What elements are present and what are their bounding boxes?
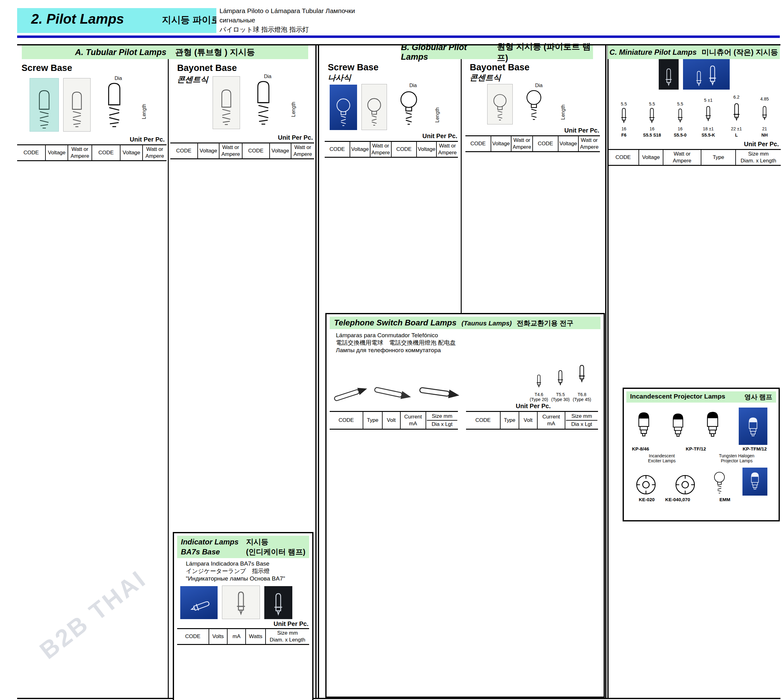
unit-per-pc: Unit Per Pc. [465, 127, 599, 134]
globular-bayonet-table: CODE Voltage Watt or Ampere CODE Voltage… [465, 135, 600, 152]
unit-per-pc: Unit Per Pc. [325, 133, 457, 140]
col-size: Size mm Diam. x Length [735, 150, 781, 165]
projector-lamp-figure [670, 411, 687, 445]
col-ma: mA [227, 629, 246, 645]
bayonet-base-heading: Bayonet Base [470, 62, 600, 72]
col-volt: Volt [382, 412, 400, 429]
section-c-panel: C. Miniature Pilot Lamps 미니츄어 (작은) 지시등 5… [608, 45, 781, 699]
globular-bayonet-diagram: Dia Length [517, 83, 561, 125]
mini-name: L [723, 133, 750, 138]
blue-rule [17, 35, 780, 38]
screw-korean: 나사식 [328, 72, 379, 83]
telephone-subtitle-es: Lámparas para Conmutador Telefónico [336, 332, 600, 339]
col-voltage: Voltage [198, 143, 219, 159]
section-c-title-korean: 미니츄어 (작은) 지시등 [702, 47, 778, 57]
mini-figure: 6.2 22 ±1 L [723, 95, 750, 138]
projector-caption: Incandescent Exciter Lamps [648, 453, 676, 463]
type-name: T4.6 [530, 392, 548, 397]
col-size-mm: Size mm [566, 413, 597, 420]
col-voltage: Voltage [491, 136, 511, 152]
miniature-table: CODE Voltage Watt or Ampere Type Size mm… [608, 149, 781, 166]
indicator-subtitle-ja: インジケーターランプ 指示燈 [186, 567, 309, 575]
telephone-type-figure: T6.8 (Type 45) [573, 357, 591, 402]
projector-lamp-photo-blue [742, 468, 767, 496]
col-watt: Watt or Ampere [663, 150, 701, 165]
section-a-title-korean: 관형 (튜브형 ) 지시등 [175, 47, 255, 58]
section-c-title: C. Miniature Pilot Lamps [610, 48, 697, 57]
tubular-lamp-photo-cyan [30, 78, 59, 132]
col-size: Size mmDia x Lgt [565, 412, 598, 429]
table-header-row: CODE Voltage Watt or Ampere CODE Voltage… [465, 136, 600, 152]
screw-base-heading: Screw Base [22, 63, 167, 73]
column-separator [168, 59, 169, 698]
mini-figure: 4.85 21 NH [751, 97, 778, 138]
col-code: CODE [466, 412, 500, 429]
length-label: Length [141, 104, 147, 119]
col-code: CODE [465, 136, 491, 152]
mini-name: S5.5 S18 [638, 133, 665, 138]
telephone-lamp-photos [332, 383, 463, 402]
projector-model: KP-TF/12 [686, 446, 706, 452]
type-name: T5.5 [551, 392, 570, 397]
projector-lamp-figure [635, 410, 652, 445]
exciter-lamp-figure [635, 474, 657, 496]
projector-model: KP-8/46 [632, 446, 649, 452]
col-code: CODE [177, 629, 209, 645]
indicator-lamp-photo [222, 585, 260, 619]
indicator-title: Indicator Lamps [181, 537, 239, 547]
tubular-dimension-diagram: Dia Length [95, 76, 142, 132]
telephone-lamp-photo [371, 380, 414, 406]
col-watt: Watt or Ampere [511, 136, 533, 152]
unit-per-pc: Unit Per Pc. [608, 141, 779, 148]
col-voltage: Voltage [639, 150, 663, 165]
table-header-row: CODE Voltage Watt or Ampere CODE Voltage… [170, 143, 314, 159]
telephone-title-note: (Taunus Lamps) [461, 320, 511, 327]
type-note: (Type 45) [573, 397, 591, 402]
indicator-title-korean: 지시등 [246, 537, 306, 547]
tubular-bayonet-column: Bayonet Base 콘센트식 Dia Length Unit Per Pc… [170, 59, 314, 159]
telephone-subtitle-ru: Лампы для телефонного коммутатора [336, 347, 600, 354]
telephone-subtitle-cjk: 電話交換機用電球 電話交換機用燈泡 配电盘 [336, 339, 600, 347]
type-note: (Type 20) [530, 397, 548, 402]
mini-figure: 5.5 16 S5.5 S18 [638, 102, 665, 138]
unit-per-pc: Unit Per Pc. [170, 134, 313, 141]
emm-lamp-figure [714, 471, 725, 496]
table-header-row: CODE Voltage Watt or Ampere CODE Voltage… [17, 145, 167, 161]
telephone-title: Telephone Switch Board Lamps [334, 318, 456, 328]
globular-lamp-photo [361, 84, 387, 130]
telephone-title-korean: 전화교환기용 전구 [517, 318, 573, 328]
col-code: CODE [170, 143, 198, 159]
col-code: CODE [391, 142, 416, 157]
telephone-lamp-photo [415, 380, 464, 405]
col-watt: Watt or Ampere [578, 136, 600, 152]
col-volts: Volts [209, 629, 227, 645]
panel-separator [605, 45, 607, 698]
dia-label: Dia [391, 83, 435, 88]
col-current: Current mA [537, 412, 565, 429]
col-size: Size mmDia x Lgt [426, 412, 458, 429]
length-label: Length [434, 107, 440, 123]
tubular-screw-table: CODE Voltage Watt or Ampere CODE Voltage… [17, 144, 167, 161]
col-current: Current mA [400, 412, 426, 429]
col-watt: Watt or Ampere [370, 142, 391, 157]
globular-lamp-photo-blue [330, 85, 357, 130]
indicator-title2-korean: (인디케이터 램프) [246, 547, 306, 557]
indicator-lamp-photo-blue [180, 586, 217, 619]
mini-figure: 5 ±1 18 ±1 S5.5-K [695, 98, 722, 138]
telephone-table-right: CODE Type Volt Current mA Size mmDia x L… [466, 411, 598, 430]
mini-length: 22 ±1 [723, 126, 750, 131]
mini-length: 21 [751, 126, 778, 131]
telephone-type-figure: T4.6 (Type 20) [530, 372, 548, 402]
col-type: Type [363, 412, 382, 429]
col-dia-lgt: Dia x Lgt [427, 420, 457, 428]
length-label: Length [560, 105, 566, 120]
indicator-lamp-photo-dark [264, 586, 292, 619]
page-subtitle-box: Lámpara Piloto o Lámapara Tubular Лампоч… [216, 4, 391, 35]
bayonet-korean: 콘센트식 [177, 74, 208, 85]
col-code: CODE [325, 142, 350, 157]
col-voltage: Voltage [120, 145, 142, 161]
col-type: Type [701, 150, 735, 165]
table-header-row: CODE Voltage Watt or Ampere Type Size mm… [608, 150, 781, 165]
mini-name: F6 [610, 133, 638, 138]
bayonet-dimension-diagram: Dia Length [244, 74, 291, 129]
